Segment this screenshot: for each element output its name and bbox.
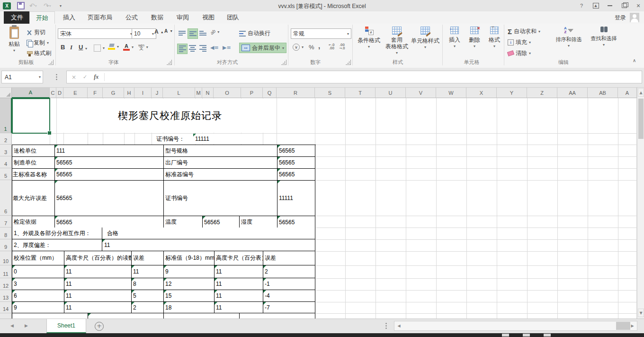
grow-font-button[interactable]: A▲	[154, 28, 164, 35]
cell-r15-c1[interactable]	[12, 313, 88, 319]
column-header-E[interactable]: E	[63, 88, 88, 98]
font-dialog-launcher[interactable]	[167, 60, 172, 65]
cell-r3-l2[interactable]: 型号规格	[164, 145, 277, 157]
new-sheet-icon[interactable]: +	[95, 322, 104, 331]
cell-r3-l1[interactable]: 送检单位	[12, 145, 55, 157]
cal-cell-r11-c4[interactable]: 9	[164, 265, 215, 278]
row-header-4[interactable]: 4	[0, 156, 12, 168]
fill-color-button[interactable]: ▾	[108, 44, 119, 50]
cal-cell-r11-c1[interactable]: 0	[12, 265, 64, 278]
tab-team[interactable]: 团队	[221, 11, 245, 24]
cal-cell-r12-c1[interactable]: 3	[12, 278, 64, 290]
tab-home[interactable]: 开始	[29, 11, 55, 24]
column-header-F[interactable]: F	[88, 88, 103, 98]
alignment-dialog-launcher[interactable]	[281, 60, 286, 65]
cell-r7-l2[interactable]: 温度	[164, 216, 203, 228]
column-header-O[interactable]: O	[214, 88, 241, 98]
cell-r4-v2[interactable]: 56565	[277, 157, 315, 169]
close-icon[interactable]: ×	[633, 1, 644, 10]
increase-decimal-button[interactable]: ←.0.00	[329, 44, 335, 50]
cell-cert-label[interactable]: 证书编号：	[156, 134, 193, 144]
column-header-D[interactable]: D	[56, 88, 63, 98]
align-center-button[interactable]	[188, 44, 197, 53]
cell-r15-c3[interactable]	[164, 313, 240, 319]
cal-cell-r12-c3[interactable]: 8	[132, 278, 164, 290]
vertical-scroll-thumb[interactable]	[638, 99, 644, 139]
cal-header-cell[interactable]: 标准值（9-18）mm	[164, 251, 215, 265]
cell-r4-l1[interactable]: 制造单位	[12, 157, 55, 169]
cell-r15-c2[interactable]	[88, 313, 164, 319]
cell-r6-v2[interactable]: 11111	[277, 181, 315, 216]
column-header-A-partial[interactable]: A	[618, 88, 637, 98]
cal-cell-r11-c5[interactable]: 11	[215, 265, 263, 278]
wrap-text-button[interactable]: 自动换行	[239, 29, 270, 37]
format-cells-button[interactable]: ↔ 格式 ▾	[486, 27, 503, 50]
cal-cell-r11-c6[interactable]: 2	[263, 265, 315, 278]
spreadsheet-grid[interactable]: 楔形塞尺校准原始记录 证书编号： 11111 送检单位 111 型号规格 565…	[0, 88, 637, 319]
cal-cell-r14-c4[interactable]: 18	[164, 302, 215, 313]
column-header-W[interactable]: W	[436, 88, 466, 98]
vertical-scrollbar[interactable]: ▲ ▼	[637, 88, 644, 319]
tab-file[interactable]: 文件	[4, 11, 30, 24]
scroll-up-icon[interactable]: ▲	[638, 88, 644, 97]
column-header-X[interactable]: X	[466, 88, 497, 98]
collapse-ribbon-icon[interactable]: ∧	[633, 58, 636, 63]
view-page-layout-icon[interactable]	[523, 334, 530, 337]
cal-cell-r14-c1[interactable]: 9	[12, 302, 64, 313]
tab-page-layout[interactable]: 页面布局	[81, 11, 118, 24]
help-icon[interactable]: ?	[576, 1, 587, 10]
column-header-T[interactable]: T	[345, 88, 376, 98]
active-cell-selection[interactable]	[12, 98, 50, 134]
fill-button[interactable]: ↓填充▾	[508, 38, 531, 46]
cell-r3-v1[interactable]: 111	[55, 145, 164, 157]
underline-dropdown-icon[interactable]: ▾	[85, 46, 87, 51]
column-header-Y[interactable]: Y	[497, 88, 527, 98]
cal-cell-r12-c2[interactable]: 11	[64, 278, 132, 290]
clipboard-dialog-launcher[interactable]	[48, 60, 54, 65]
cal-cell-r12-c6[interactable]: -1	[263, 278, 315, 290]
cal-cell-r14-c6[interactable]: -7	[263, 302, 315, 313]
column-header-AB[interactable]: AB	[588, 88, 618, 98]
formula-bar-resize-handle[interactable]	[56, 73, 57, 81]
column-header-L[interactable]: L	[163, 88, 195, 98]
cell-r9-label[interactable]: 2、厚度偏差：	[12, 239, 102, 251]
font-name-combo[interactable]: 宋体▾	[58, 28, 134, 39]
column-header-J[interactable]: J	[152, 88, 163, 98]
tab-data[interactable]: 数据	[145, 11, 170, 24]
percent-button[interactable]: %	[309, 44, 314, 51]
row-header-9[interactable]: 9	[0, 239, 12, 251]
tab-insert[interactable]: 插入	[57, 11, 81, 24]
sort-filter-button[interactable]: AZ 排序和筛选 ▾	[553, 27, 584, 49]
align-right-button[interactable]	[198, 44, 207, 53]
tab-review[interactable]: 审阅	[170, 11, 195, 24]
cal-cell-r11-c3[interactable]: 11	[132, 265, 164, 278]
increase-indent-button[interactable]: ▶≡	[223, 45, 231, 51]
column-header-A[interactable]: A	[12, 88, 50, 98]
cell-cert-value[interactable]: 11111	[193, 134, 247, 144]
cal-cell-r13-c2[interactable]: 11	[64, 290, 132, 302]
autosum-button[interactable]: Σ自动求和▾	[508, 27, 540, 36]
decrease-indent-button[interactable]: ◀≡	[210, 45, 219, 51]
cal-cell-r14-c3[interactable]: 2	[132, 302, 164, 313]
view-page-break-icon[interactable]	[544, 334, 551, 337]
cell-r5-v2[interactable]: 56565	[277, 169, 315, 181]
cell-r4-l2[interactable]: 出厂编号	[164, 157, 277, 169]
cell-r5-v1[interactable]: 56565	[55, 169, 164, 181]
number-dialog-launcher[interactable]	[346, 60, 351, 65]
restore-icon[interactable]	[618, 1, 630, 10]
row-header-5[interactable]: 5	[0, 168, 12, 180]
merge-center-button[interactable]: ↔ 合并后居中▾	[239, 43, 286, 53]
cal-cell-r13-c3[interactable]: 5	[132, 290, 164, 302]
signin-label[interactable]: 登录	[615, 14, 626, 22]
format-as-table-button[interactable]: 套用 表格格式 ▾	[385, 27, 409, 56]
cell-styles-button[interactable]: 单元格样式 ▾	[410, 27, 440, 51]
column-header-V[interactable]: V	[406, 88, 436, 98]
column-header-P[interactable]: P	[241, 88, 263, 98]
sheet-nav-left-icon[interactable]: ◀	[10, 323, 14, 328]
row-header-6[interactable]: 6	[0, 180, 12, 216]
cancel-entry-icon[interactable]: ×	[72, 74, 76, 81]
insert-cells-button[interactable]: ← 插入 ▾	[446, 27, 463, 50]
column-header-C[interactable]: C	[50, 88, 56, 98]
tab-scroll-splitter[interactable]	[385, 322, 387, 330]
font-color-button[interactable]: A▾	[123, 44, 134, 51]
